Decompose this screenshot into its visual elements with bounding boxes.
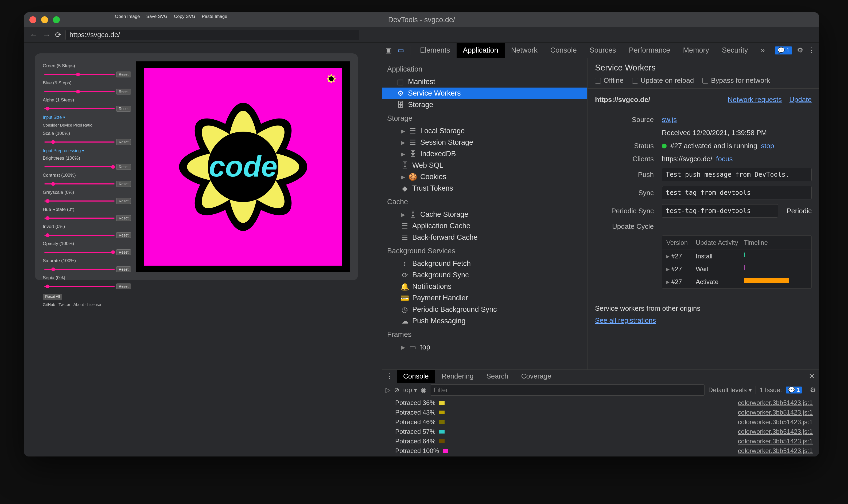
settings-icon[interactable]: ⚙ [797, 46, 803, 54]
tree-trust-tokens[interactable]: ◆Trust Tokens [382, 183, 587, 194]
tree-top-frame[interactable]: ▶▭top [382, 341, 587, 353]
periodic-input[interactable] [662, 204, 778, 218]
drawer-menu-icon[interactable]: ⋮ [386, 372, 393, 380]
focus-link[interactable]: focus [716, 155, 732, 163]
tree-payment[interactable]: 💳Payment Handler [382, 292, 587, 304]
network-requests-link[interactable]: Network requests [728, 95, 782, 104]
tree-web-sql[interactable]: 🗄Web SQL [382, 160, 587, 171]
log-source-link[interactable]: colorworker.3bb51423.js:1 [738, 418, 813, 426]
see-all-link[interactable]: See all registrations [595, 316, 656, 324]
drawer-tab-search[interactable]: Search [480, 370, 515, 383]
offline-checkbox[interactable]: Offline [595, 76, 624, 85]
back-button[interactable]: ← [29, 30, 38, 40]
tree-cookies[interactable]: ▶🍪Cookies [382, 171, 587, 183]
invert-slider[interactable] [44, 235, 115, 236]
close-drawer-icon[interactable]: ✕ [809, 372, 815, 381]
tab-performance[interactable]: Performance [623, 43, 677, 58]
tree-indexeddb[interactable]: ▶🗄IndexedDB [382, 148, 587, 160]
green-slider[interactable] [44, 74, 115, 75]
hue-slider[interactable] [44, 218, 115, 219]
alpha-slider[interactable] [44, 108, 115, 109]
zoom-icon[interactable] [53, 16, 60, 23]
log-source-link[interactable]: colorworker.3bb51423.js:1 [738, 437, 813, 445]
console-settings-icon[interactable]: ⚙ [810, 386, 816, 394]
update-on-reload-checkbox[interactable]: Update on reload [632, 76, 694, 85]
reset-button[interactable]: Reset [116, 72, 131, 77]
log-source-link[interactable]: colorworker.3bb51423.js:1 [738, 447, 813, 455]
minimize-icon[interactable] [41, 16, 48, 23]
reset-button[interactable]: Reset [116, 106, 131, 112]
push-input[interactable] [662, 168, 812, 181]
reset-button[interactable]: Reset [116, 164, 131, 170]
paste-image-button[interactable]: Paste Image [202, 14, 227, 19]
reset-button[interactable]: Reset [116, 266, 131, 272]
tree-storage[interactable]: 🗄Storage [382, 99, 587, 110]
kebab-menu-icon[interactable]: ⋮ [808, 46, 815, 54]
tab-application[interactable]: Application [456, 43, 505, 58]
log-level-selector[interactable]: Default levels ▾ [708, 386, 752, 394]
reset-button[interactable]: Reset [116, 181, 131, 187]
tab-network[interactable]: Network [505, 43, 544, 58]
tree-bg-sync[interactable]: ⟳Background Sync [382, 269, 587, 281]
tab-console[interactable]: Console [544, 43, 583, 58]
inspect-icon[interactable]: ▣ [382, 46, 395, 54]
brightness-slider[interactable] [44, 166, 115, 167]
consider-pixel-checkbox[interactable]: Consider Device Pixel Ratio [43, 123, 92, 127]
copy-svg-button[interactable]: Copy SVG [174, 14, 195, 19]
open-image-button[interactable]: Open Image [115, 14, 140, 19]
drawer-tab-console[interactable]: Console [397, 370, 435, 383]
tree-notifications[interactable]: 🔔Notifications [382, 281, 587, 292]
tree-manifest[interactable]: ▤Manifest [382, 76, 587, 88]
tree-periodic-bg-sync[interactable]: ◷Periodic Background Sync [382, 304, 587, 315]
console-filter-input[interactable] [430, 384, 705, 396]
footer-links[interactable]: GitHub · Twitter · About · License [43, 302, 131, 307]
update-link[interactable]: Update [789, 95, 812, 104]
console-prompt[interactable]: > [382, 456, 819, 456]
input-preproc-section[interactable]: Input Preprocessing ▾ [43, 148, 131, 153]
reset-button[interactable]: Reset [116, 249, 131, 255]
reset-button[interactable]: Reset [116, 215, 131, 221]
device-toggle-icon[interactable]: ▭ [395, 46, 407, 54]
forward-button[interactable]: → [42, 30, 51, 40]
tree-bg-fetch[interactable]: ↕Background Fetch [382, 258, 587, 269]
reset-button[interactable]: Reset [116, 89, 131, 94]
reload-button[interactable]: ⟳ [55, 31, 61, 39]
reset-button[interactable]: Reset [116, 232, 131, 238]
reset-all-button[interactable]: Reset All [43, 294, 62, 300]
tab-memory[interactable]: Memory [676, 43, 715, 58]
scale-slider[interactable] [44, 142, 115, 143]
log-source-link[interactable]: colorworker.3bb51423.js:1 [738, 428, 813, 435]
log-source-link[interactable]: colorworker.3bb51423.js:1 [738, 399, 813, 407]
tab-more[interactable]: » [754, 43, 771, 58]
tab-security[interactable]: Security [715, 43, 755, 58]
tree-service-workers[interactable]: ⚙Service Workers [382, 88, 587, 99]
close-icon[interactable] [29, 16, 36, 23]
grayscale-slider[interactable] [44, 200, 115, 201]
sw-source-link[interactable]: sw.js [662, 115, 677, 124]
tree-local-storage[interactable]: ▶☰Local Storage [382, 125, 587, 137]
log-source-link[interactable]: colorworker.3bb51423.js:1 [738, 409, 813, 416]
tab-elements[interactable]: Elements [414, 43, 456, 58]
execute-icon[interactable]: ▷ [385, 386, 390, 394]
issues-count-badge[interactable]: 💬1 [786, 386, 802, 394]
drawer-tab-rendering[interactable]: Rendering [435, 370, 480, 383]
save-svg-button[interactable]: Save SVG [146, 14, 168, 19]
reset-button[interactable]: Reset [116, 139, 131, 145]
contrast-slider[interactable] [44, 183, 115, 184]
stop-link[interactable]: stop [761, 142, 774, 150]
tree-push[interactable]: ☁Push Messaging [382, 315, 587, 327]
periodic-button[interactable]: Periodic [786, 207, 812, 215]
drawer-tab-coverage[interactable]: Coverage [515, 370, 558, 383]
blue-slider[interactable] [44, 91, 115, 92]
sepia-slider[interactable] [44, 286, 115, 287]
saturate-slider[interactable] [44, 269, 115, 270]
tree-application-cache[interactable]: ☰Application Cache [382, 220, 587, 232]
url-input[interactable]: https://svgco.de/ [66, 30, 359, 40]
sync-input[interactable] [662, 186, 812, 199]
tree-bfcache[interactable]: ☰Back-forward Cache [382, 232, 587, 243]
reset-button[interactable]: Reset [116, 284, 131, 289]
tab-sources[interactable]: Sources [583, 43, 623, 58]
reset-button[interactable]: Reset [116, 198, 131, 204]
tree-cache-storage[interactable]: ▶🗄Cache Storage [382, 209, 587, 220]
tree-session-storage[interactable]: ▶☰Session Storage [382, 137, 587, 148]
